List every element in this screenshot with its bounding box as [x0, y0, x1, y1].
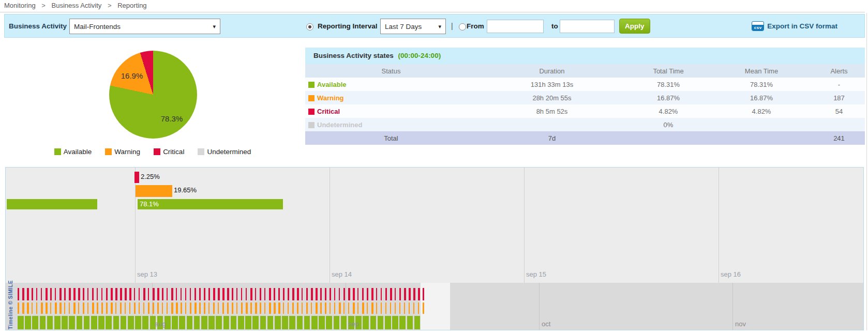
overview-warning-tick [316, 302, 318, 314]
overview-available-block [378, 316, 384, 329]
status-cell: Available [305, 81, 477, 88]
overview-warning-tick [55, 302, 57, 314]
overview-warning-tick [199, 302, 201, 314]
day-label: sep 14 [332, 270, 352, 278]
overview-available-block [267, 316, 274, 329]
overview-warning-tick [143, 302, 144, 314]
overview-warning-tick [162, 302, 163, 314]
apply-button[interactable]: Apply [619, 19, 650, 34]
legend-item: Available [54, 148, 92, 156]
breadcrumb-business-activity[interactable]: Business Activity [52, 2, 102, 9]
overview-critical-tick [139, 288, 140, 300]
overview-available-block [275, 316, 281, 329]
overview-available-block [297, 316, 303, 329]
pie-slice-value: 16.9% [121, 71, 143, 80]
pie-slice-value: 78.3% [161, 114, 183, 123]
overview-critical-tick [260, 288, 261, 300]
from-label: From [467, 22, 484, 30]
overview-critical-tick [171, 288, 173, 300]
toolbar: Business Activity Mail-Frontends ▾ Repor… [4, 14, 865, 38]
overview-critical-tick [181, 288, 182, 300]
overview-critical-tick [390, 288, 392, 300]
overview-available-block [208, 316, 215, 329]
overview-visible-range-highlight[interactable] [421, 283, 450, 330]
overview-critical-tick [36, 288, 37, 300]
mean-time-cell: 78.31% [710, 81, 813, 88]
overview-available-block [172, 316, 178, 329]
overview-warning-tick [241, 302, 243, 314]
overview-available-block [231, 316, 237, 329]
overview-available-block [326, 316, 332, 329]
breadcrumb-separator: > [41, 2, 46, 9]
overview-warning-tick [385, 302, 386, 314]
overview-warning-tick [413, 302, 414, 314]
alerts-cell: 187 [813, 94, 865, 102]
overview-warning-tick [134, 302, 136, 314]
month-label: nov [735, 320, 746, 328]
overview-warning-tick [129, 302, 130, 314]
overview-warning-tick [69, 302, 70, 314]
duration-cell: 8h 5m 52s [477, 108, 627, 115]
table-row: Critical8h 5m 52s4.82%4.82%54 [305, 104, 865, 118]
overview-critical-tick [167, 288, 168, 300]
overview-critical-tick [78, 288, 80, 300]
overview-critical-tick [27, 288, 29, 300]
from-date-input[interactable] [487, 20, 544, 33]
overview-warning-tick [311, 302, 312, 314]
custom-range-radio[interactable] [459, 23, 466, 31]
mean-time-cell: 16.87% [710, 94, 813, 102]
total-duration: 7d [477, 134, 627, 142]
overview-warning-tick [157, 302, 159, 314]
breadcrumb-reporting[interactable]: Reporting [117, 2, 146, 9]
overview-critical-tick [353, 288, 355, 300]
overview-available-block [18, 316, 24, 329]
overview-critical-tick [343, 288, 345, 300]
overview-critical-tick [64, 288, 66, 300]
reporting-interval-select[interactable]: Last 7 Days ▾ [380, 19, 446, 34]
breadcrumb-monitoring[interactable]: Monitoring [4, 2, 36, 9]
timeline-main-band[interactable] [6, 168, 863, 283]
export-csv-button[interactable]: csv Export in CSV format [752, 21, 837, 31]
business-activity-select[interactable]: Mail-Frontends ▾ [69, 19, 220, 34]
overview-available-block [32, 316, 38, 329]
overview-available-block [135, 316, 141, 329]
overview-warning-tick [306, 302, 308, 314]
table-total-row: Total 7d 241 [305, 131, 865, 145]
overview-critical-tick [176, 288, 177, 300]
overview-warning-tick [101, 302, 103, 314]
to-date-input[interactable] [560, 20, 615, 33]
month-label: sep [348, 320, 359, 328]
total-alerts: 241 [813, 134, 865, 142]
overview-warning-tick [246, 302, 248, 314]
overview-available-block [91, 316, 97, 329]
status-square-icon [308, 122, 315, 128]
day-gridline [524, 168, 525, 283]
month-label: aug [155, 320, 166, 328]
overview-warning-tick [288, 302, 289, 314]
availability-pie-panel: 16.9%78.3% AvailableWarningCriticalUndet… [0, 41, 305, 156]
overview-critical-tick [185, 288, 186, 300]
csv-icon: csv [752, 21, 764, 31]
overview-warning-tick [250, 302, 252, 314]
legend-square-icon [54, 148, 61, 155]
overview-critical-tick [334, 288, 335, 300]
overview-warning-tick [181, 302, 182, 314]
overview-warning-tick [292, 302, 294, 314]
duration-cell: 131h 33m 13s [477, 81, 627, 88]
overview-critical-tick [399, 288, 401, 300]
reporting-interval-radio[interactable] [306, 23, 313, 31]
status-label: Critical [317, 108, 340, 115]
simile-watermark: Timeline © SIMILE [8, 280, 13, 329]
overview-critical-tick [143, 288, 145, 300]
overview-critical-tick [269, 288, 271, 300]
overview-warning-tick [78, 302, 79, 314]
bar-value-label: 78.1% [140, 200, 159, 208]
overview-warning-tick [87, 302, 88, 314]
overview-available-block [216, 316, 222, 329]
column-header: Alerts [813, 67, 865, 75]
overview-critical-tick [357, 288, 358, 300]
overview-critical-tick [367, 288, 368, 300]
overview-available-block [223, 316, 230, 329]
overview-warning-tick [167, 302, 168, 314]
window-edge-line [866, 13, 867, 330]
